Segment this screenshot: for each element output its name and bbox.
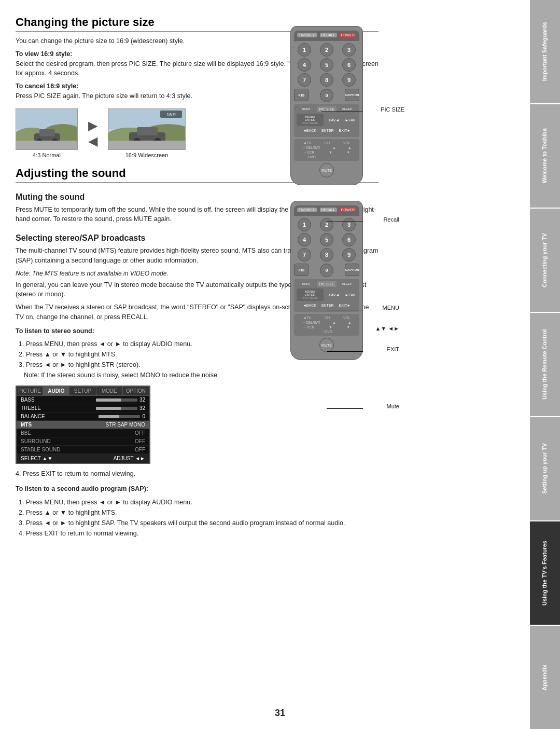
- surf-btn2[interactable]: SURF: [297, 281, 316, 287]
- sidebar-item-setup[interactable]: Setting up your TV: [530, 417, 560, 520]
- remote-bottom: TV/VIDEO RECALL POWER 1 2 3 4 5 6 7 8 9 …: [290, 201, 363, 360]
- btn2-3[interactable]: 3: [342, 218, 356, 231]
- power-btn2[interactable]: POWER: [340, 208, 356, 212]
- sleep-btn2[interactable]: SLEEP: [338, 281, 357, 287]
- remote-bottom-top-section: TV/VIDEO RECALL POWER: [294, 205, 359, 216]
- btn2-4[interactable]: 4: [298, 233, 311, 246]
- btn-5[interactable]: 5: [320, 58, 333, 72]
- remote-bottom-top-row: TV/VIDEO RECALL POWER: [297, 208, 356, 212]
- back-btn2[interactable]: ◄BACK: [301, 302, 318, 308]
- diagram-normal: 4:3 Normal: [16, 108, 78, 158]
- enter-btn2[interactable]: ENTER: [320, 302, 335, 308]
- normal-diagram-svg: [16, 108, 77, 150]
- btn2-1[interactable]: 1: [298, 218, 311, 231]
- btn-3[interactable]: 3: [342, 43, 356, 57]
- btn2-7[interactable]: 7: [298, 248, 311, 262]
- btn2-100[interactable]: +10: [294, 264, 309, 276]
- fav-left-btn2[interactable]: FAV◄: [328, 292, 341, 298]
- menu-row-mts: MTS STR SAP MONO: [17, 421, 149, 429]
- pic-size-btn2[interactable]: PIC SIZE: [317, 281, 336, 287]
- svg-rect-8: [16, 141, 77, 150]
- tv-video-btn2[interactable]: TV/VIDEO: [297, 208, 317, 212]
- mute-annotation: Mute: [387, 403, 399, 409]
- remote-middle-section: SURF PIC SIZE SLEEP MENU/ ENTER DVD MENU…: [294, 104, 359, 137]
- btn2-2[interactable]: 2: [320, 218, 333, 231]
- exit-annotation: EXIT: [387, 346, 399, 352]
- btn2-0[interactable]: 0: [320, 264, 333, 277]
- diagram-wide: 16:9 16:9 Widescreen: [108, 108, 186, 158]
- btn-4[interactable]: 4: [298, 58, 311, 72]
- list-item: Press ◄ or ► to highlight SAP. The TV sp…: [26, 518, 379, 528]
- menu-tab-row: PICTURE AUDIO SETUP MODE OPTION: [17, 387, 149, 396]
- btn-caption[interactable]: CAPTION: [345, 89, 359, 101]
- back-btn[interactable]: ◄BACK: [301, 128, 318, 133]
- tv-video-btn[interactable]: TV/VIDEO: [297, 33, 317, 37]
- mute-line: [327, 408, 363, 409]
- remote-wrapper-top: TV/VIDEO RECALL POWER 1 2 3 4 5 6 7 8 9 …: [290, 26, 363, 185]
- btn2-6[interactable]: 6: [342, 233, 356, 246]
- mute-btn-bottom[interactable]: MUTE: [319, 338, 334, 352]
- side-tabs: Important Safeguards Welcome to Toshiba …: [530, 0, 560, 729]
- menu-row-bbe: BBE OFF: [17, 429, 149, 437]
- number-grid: 1 2 3 4 5 6 7 8 9: [294, 43, 359, 87]
- sidebar-item-remote[interactable]: Using the Remote Control: [530, 313, 560, 416]
- fav-right-btn2[interactable]: ►FAV: [343, 292, 357, 298]
- power-btn[interactable]: POWER: [340, 33, 356, 37]
- menu-row-balance: BALANCE 0: [17, 412, 149, 421]
- sidebar-item-appendix[interactable]: Appendix: [530, 626, 560, 729]
- surf-btn[interactable]: SURF: [297, 106, 316, 112]
- menu-enter-area2: MENU/ ENTER DVD MENU: [297, 288, 324, 301]
- btn-1[interactable]: 1: [298, 43, 311, 57]
- listen-sap-label: To listen to a second audio program (SAP…: [16, 484, 379, 494]
- remote-bottom-ch-vol: ◄TV CH VOL →CBL/SAT ▲ ▲ →VCR ▼ ▼ →DVD: [294, 314, 359, 336]
- menu-tab-setup: SETUP: [69, 387, 96, 395]
- sidebar-item-connecting[interactable]: Connecting your TV: [530, 209, 560, 312]
- fav-left-btn[interactable]: FAV◄: [328, 117, 341, 123]
- svg-rect-17: [108, 141, 185, 150]
- remote-special-row2: +10 0 CAPTION: [294, 264, 359, 277]
- exit-btn-top[interactable]: EXIT►: [338, 128, 353, 133]
- exit-btn2[interactable]: EXIT►: [338, 302, 353, 308]
- number-grid2: 1 2 3 4 5 6 7 8 9: [294, 218, 359, 262]
- menu-tab-mode: MODE: [96, 387, 123, 395]
- svg-rect-14: [137, 127, 158, 135]
- btn-6[interactable]: 6: [342, 58, 356, 72]
- menu-enter-area: MENU/ ENTER DVD MENU: [297, 114, 324, 126]
- btn-7[interactable]: 7: [298, 73, 311, 87]
- btn-0[interactable]: 0: [320, 89, 333, 102]
- audio-menu-mockup: PICTURE AUDIO SETUP MODE OPTION BASS 32 …: [16, 386, 150, 464]
- nav-annotation: ▲▼ ◄►: [375, 325, 399, 332]
- remote-wrapper-bottom: TV/VIDEO RECALL POWER 1 2 3 4 5 6 7 8 9 …: [290, 201, 363, 360]
- menu-tab-picture: PICTURE: [17, 387, 43, 395]
- btn-9[interactable]: 9: [342, 73, 356, 87]
- listen-sap-steps: Press MENU, then press ◄ or ► to display…: [26, 497, 379, 539]
- btn-100[interactable]: +10: [294, 89, 309, 101]
- recall-line: [327, 222, 363, 222]
- remote-bottom-middle: SURF PIC SIZE SLEEP MENU/ ENTER DVD MENU…: [294, 279, 359, 312]
- sidebar-item-features[interactable]: Using the TV's Features: [530, 521, 560, 625]
- pic-size-annotation: PIC SIZE: [381, 106, 404, 113]
- btn-2[interactable]: 2: [320, 43, 333, 57]
- list-item: Press ▲ or ▼ to highlight MTS.: [26, 507, 379, 518]
- sidebar-item-welcome[interactable]: Welcome to Toshiba: [530, 104, 560, 208]
- menu-row-surround: SURROUND OFF: [17, 437, 149, 446]
- fav-right-btn[interactable]: ►FAV: [343, 117, 357, 123]
- btn2-5[interactable]: 5: [320, 233, 333, 246]
- menu-row-bass: BASS 32: [17, 396, 149, 404]
- btn2-8[interactable]: 8: [320, 248, 333, 262]
- step4-after-menu: 4. Press EXIT to return to normal viewin…: [16, 469, 379, 479]
- enter-btn[interactable]: ENTER: [320, 128, 335, 133]
- btn2-9[interactable]: 9: [342, 248, 356, 262]
- page-number: 31: [275, 708, 285, 719]
- menu-row-stable-sound: STABLE SOUND OFF: [17, 446, 149, 454]
- exit-line: [327, 351, 363, 352]
- mute-btn-top[interactable]: MUTE: [319, 163, 334, 177]
- btn-8[interactable]: 8: [320, 73, 333, 87]
- menu-tab-option: OPTION: [123, 387, 149, 395]
- remote-special-row: +10 0 CAPTION: [294, 89, 359, 102]
- btn2-caption[interactable]: CAPTION: [345, 264, 359, 276]
- sidebar-item-safeguards[interactable]: Important Safeguards: [530, 0, 560, 103]
- recall-btn[interactable]: RECALL: [320, 33, 337, 37]
- recall-btn2[interactable]: RECALL: [320, 208, 337, 212]
- menu-annotation: MENU: [383, 305, 399, 311]
